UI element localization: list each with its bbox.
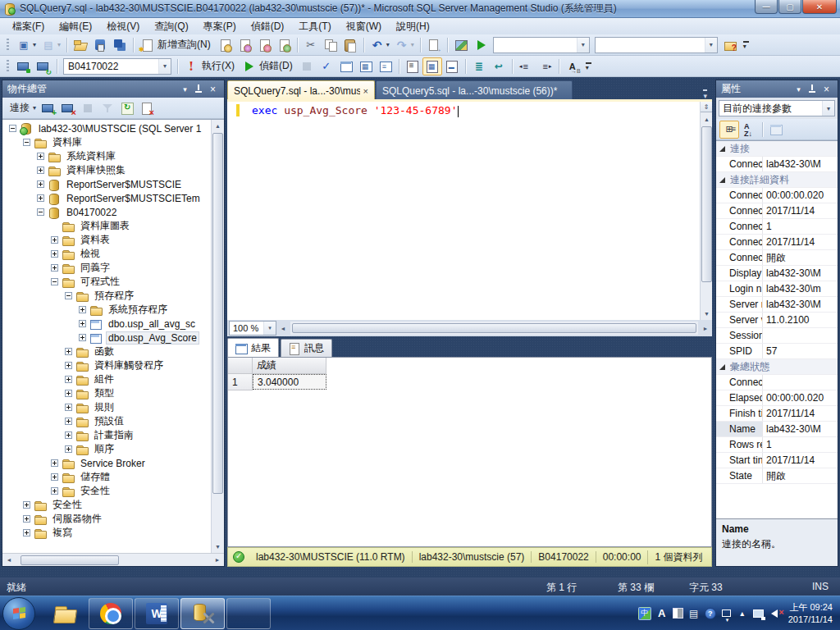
scrollbar-thumb[interactable] [292,323,696,333]
property-row[interactable]: Elapsed00:00:00.020 [716,390,838,406]
property-row[interactable]: Conneclab432-30\M [716,157,838,172]
property-row[interactable]: Login nlab432-30\m [716,281,838,297]
menu-item[interactable]: 檔案(F) [5,18,52,35]
toolbar-combo[interactable]: ▾ [493,37,590,53]
script-error-button[interactable] [137,99,157,117]
comment-button[interactable] [469,57,489,75]
tree-vertical-scrollbar[interactable]: ▲ ▼ [211,120,224,553]
scroll-right-icon[interactable]: ► [211,554,224,566]
copy-button[interactable] [321,36,340,54]
tree-item[interactable]: 同義字 [2,261,211,275]
collapse-icon[interactable] [37,208,44,216]
tree-item[interactable]: 複寫 [2,526,211,540]
change-connection-button[interactable] [34,57,53,75]
results-text-button[interactable] [403,57,422,75]
tree-item[interactable]: Service Broker [2,456,211,470]
expand-icon[interactable] [79,320,86,327]
oe-disconnect-button[interactable] [58,99,78,117]
query-designer-button[interactable] [356,57,376,75]
expand-icon[interactable] [65,348,72,355]
new-de-query-button[interactable] [215,36,235,54]
scroll-left-icon[interactable]: ◄ [2,554,16,566]
tree-item[interactable]: 伺服器物件 [2,512,211,526]
tree-item[interactable]: 系統資料庫 [2,149,211,163]
collapse-icon[interactable] [23,139,30,146]
tree-item[interactable]: 資料庫 [2,135,211,149]
connect-menu[interactable]: 連接▾ [6,99,39,117]
tree-item[interactable]: 檢視 [2,247,211,261]
taskbar-explorer-button[interactable] [43,598,87,629]
tree-item[interactable]: ReportServer$MUSTSCIE [2,177,211,191]
scrollbar-thumb[interactable] [212,133,223,494]
tree-item[interactable]: 資料庫快照集 [2,163,211,177]
tab-sqlquery7[interactable]: SQLQuery7.sql - la...-30\mustscie (57))* [227,80,375,100]
property-row[interactable]: Server rlab432-30\M [716,297,838,313]
volume-muted-icon[interactable] [769,607,779,620]
ime-lang-icon[interactable] [638,607,651,620]
editor-vertical-scrollbar[interactable]: ▲ ▼ [700,102,712,320]
indent-dec-button[interactable] [516,57,536,75]
tree-item[interactable]: 資料表 [2,233,211,247]
window-flip-icon[interactable] [722,607,732,620]
editor-horizontal-scrollbar[interactable] [290,322,698,335]
expand-icon[interactable] [79,306,86,313]
tree-item[interactable]: 規則 [2,400,211,414]
tokens-button[interactable] [563,57,582,75]
menu-item[interactable]: 專案(P) [196,18,244,35]
grid-row-header[interactable]: 1 [228,374,253,390]
taskbar-chrome-button[interactable] [89,598,133,629]
tab-close-icon[interactable] [363,86,368,96]
property-row[interactable]: Connec2017/11/14 [716,235,838,250]
oe-connect-button[interactable] [39,99,58,117]
toolbar-combo[interactable]: ▾ [595,37,718,53]
new-window-button[interactable]: ▾ [14,36,39,54]
results-grid-button[interactable] [422,57,442,75]
expand-icon[interactable] [65,418,72,425]
property-row[interactable]: Rows re1 [716,437,838,453]
tree-item[interactable]: 計畫指南 [2,428,211,442]
property-row[interactable]: Start tin2017/11/14 [716,453,838,468]
close-icon[interactable] [820,83,833,95]
property-row[interactable]: Connec1 [716,219,838,235]
pin-icon[interactable] [806,83,819,95]
menu-item[interactable]: 視窗(W) [339,18,389,35]
scroll-down-icon[interactable]: ▼ [212,541,224,553]
refresh-button[interactable] [117,99,137,117]
property-row[interactable]: Session [716,328,838,344]
taskbar-ssms-button[interactable] [180,598,225,629]
alphabetical-button[interactable] [739,121,759,139]
expand-icon[interactable] [65,404,72,411]
template-params-button[interactable] [376,57,395,75]
est-plan-button[interactable] [336,57,356,75]
help-icon[interactable] [705,608,716,619]
tree-item[interactable]: 函數 [2,345,211,358]
tree-item[interactable]: 資料庫觸發程序 [2,358,211,372]
expand-icon[interactable] [51,487,58,495]
expand-icon[interactable] [37,194,44,202]
expand-icon[interactable] [65,431,72,439]
property-row[interactable]: Finish ti2017/11/14 [716,406,838,422]
tree-item[interactable]: 可程式性 [2,275,211,289]
scroll-down-icon[interactable]: ▼ [701,308,713,320]
expand-icon[interactable] [37,167,44,174]
tree-item[interactable]: lab432-30\MUSTSCIE (SQL Server 1 [2,121,211,135]
property-row[interactable]: State開啟 [716,468,838,484]
overflow-button[interactable] [740,36,753,54]
menu-item[interactable]: 查詢(Q) [147,18,195,35]
splitter-handle[interactable] [701,102,712,112]
menu-item[interactable]: 說明(H) [389,18,437,35]
grid-corner-cell[interactable] [228,358,253,374]
tree-horizontal-scrollbar[interactable]: ◄ ► [2,553,224,566]
database-combo[interactable]: B04170022▾ [63,58,171,75]
tab-messages[interactable]: 訊息 [281,339,332,357]
help-search-button[interactable] [720,36,740,54]
ime-a-icon[interactable] [657,607,667,620]
code-line[interactable]: exec usp_Avg_Score '123-45-6789' [252,104,459,117]
property-row[interactable]: Connec00:00:00.020 [716,188,838,203]
menu-item[interactable]: 偵錯(D) [244,18,292,35]
property-row[interactable]: Namelab432-30\M [716,422,838,437]
hidden-up-icon[interactable] [737,607,747,620]
menu-item[interactable]: 工具(T) [291,18,338,35]
collapse-icon[interactable] [9,125,16,132]
expand-icon[interactable] [37,153,44,160]
